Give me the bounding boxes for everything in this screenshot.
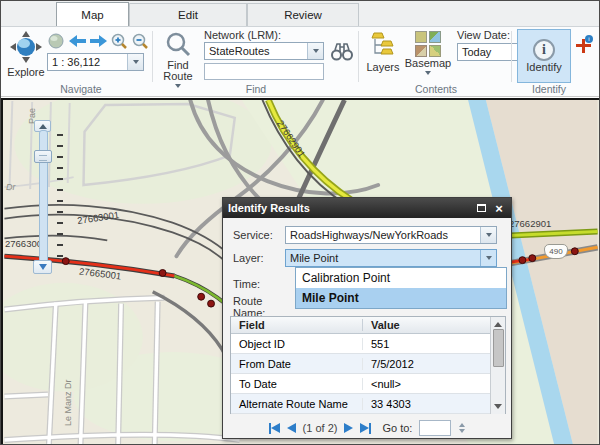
ribbon: Explore 1 : 36,112 Navigate — [1, 27, 599, 97]
chevron-down-icon — [313, 49, 319, 53]
route-shield-490: 490 — [544, 244, 568, 259]
navigate-mini-toolbar — [47, 32, 149, 50]
cell-field: Alternate Route Name — [231, 398, 363, 410]
last-page-button[interactable] — [360, 423, 371, 434]
dropdown-item-label: Mile Point — [302, 291, 359, 305]
identify-results-dialog: Identify Results × Service: RoadsHighway… — [222, 197, 512, 439]
column-header-field: Field — [231, 319, 363, 331]
group-label-identify: Identify — [499, 83, 599, 95]
service-value: RoadsHighways/NewYorkRoads — [286, 227, 480, 243]
route-name-label: Route Name: — [223, 295, 285, 319]
triangle-left-icon — [271, 423, 280, 433]
zoom-in-icon[interactable] — [110, 32, 128, 50]
goto-page-input[interactable] — [419, 420, 451, 436]
table-row[interactable]: To Date <null> — [231, 374, 490, 394]
identify-info-icon: i — [533, 39, 555, 61]
identify-route-tool-icon[interactable]: i — [575, 35, 593, 55]
explore-orb-icon — [9, 30, 43, 66]
cell-value: <null> — [363, 378, 490, 390]
dialog-title: Identify Results — [228, 202, 470, 214]
chevron-down-icon — [133, 60, 139, 64]
layers-icon — [370, 31, 396, 61]
group-separator — [511, 31, 512, 82]
layer-combo[interactable]: Mile Point — [285, 249, 497, 267]
scroll-down-icon[interactable] — [494, 404, 502, 409]
chevron-down-icon — [425, 71, 431, 75]
network-lrm-dropdown-button[interactable] — [307, 43, 323, 59]
table-scrollbar[interactable] — [490, 317, 505, 414]
map-scale-dropdown-button[interactable] — [127, 54, 143, 70]
goto-spinner[interactable] — [459, 423, 465, 433]
basemap-button[interactable]: Basemap — [405, 31, 451, 75]
previous-extent-arrow-icon[interactable] — [68, 32, 86, 50]
dropdown-item-mile-point[interactable]: Mile Point — [296, 288, 506, 308]
zoom-slider-handle[interactable] — [34, 150, 52, 163]
view-date-value: Today — [458, 44, 522, 60]
group-separator — [152, 31, 153, 82]
layer-dropdown-list: Calibration Point Mile Point — [295, 267, 507, 309]
chevron-down-icon — [486, 256, 492, 260]
table-row[interactable]: Object ID 551 — [231, 334, 490, 354]
dropdown-item-calibration-point[interactable]: Calibration Point — [296, 268, 506, 288]
network-lrm-label: Network (LRM): — [204, 29, 281, 41]
cell-field: Object ID — [231, 338, 363, 350]
table-row[interactable]: Alternate Route Name 33 4303 — [231, 394, 490, 414]
full-extent-globe-icon[interactable] — [47, 32, 65, 50]
cell-value: 551 — [363, 338, 490, 350]
zoom-out-icon[interactable] — [131, 32, 149, 50]
explore-button[interactable]: Explore — [6, 30, 46, 78]
app-window: Map Edit Review Explore — [0, 0, 600, 445]
table-row[interactable]: From Date 7/5/2012 — [231, 354, 490, 374]
tab-map[interactable]: Map — [56, 2, 129, 26]
cell-value: 33 4303 — [363, 398, 490, 410]
zoom-slider-down-button[interactable] — [33, 260, 52, 274]
service-dropdown-button[interactable] — [480, 227, 496, 243]
layer-dropdown-button[interactable] — [480, 250, 496, 266]
column-header-value: Value — [363, 319, 490, 331]
cell-field: From Date — [231, 358, 363, 370]
cell-field: To Date — [231, 378, 363, 390]
find-route-button[interactable]: Find Route — [157, 31, 199, 88]
basemap-label: Basemap — [405, 58, 451, 69]
tab-review[interactable]: Review — [247, 3, 359, 26]
explore-label: Explore — [7, 67, 44, 78]
previous-page-button[interactable] — [287, 423, 296, 433]
maximize-button[interactable] — [474, 202, 488, 215]
basemap-icon — [415, 31, 441, 57]
tab-map-label: Map — [81, 9, 103, 21]
map-scale-combo[interactable]: 1 : 36,112 — [47, 53, 144, 71]
layers-button[interactable]: Layers — [363, 31, 403, 73]
next-extent-arrow-icon[interactable] — [89, 32, 107, 50]
scroll-up-icon[interactable] — [494, 322, 502, 327]
next-page-button[interactable] — [344, 423, 353, 433]
route-shield-490-text: 490 — [549, 247, 562, 256]
triangle-right-icon — [344, 423, 353, 433]
network-lrm-combo[interactable]: StateRoutes — [204, 42, 324, 60]
cell-value: 7/5/2012 — [363, 358, 490, 370]
spinner-up-icon[interactable] — [459, 423, 465, 427]
group-label-contents: Contents — [386, 83, 486, 95]
pagination-bar: (1 of 2) Go to: — [223, 418, 511, 438]
chevron-down-icon — [175, 84, 181, 88]
view-date-label: View Date: — [457, 29, 510, 41]
close-button[interactable]: × — [492, 202, 506, 215]
zoom-slider-ticks — [57, 134, 63, 266]
spinner-down-icon[interactable] — [459, 429, 465, 433]
identify-button-label: Identify — [526, 62, 561, 73]
street-label-dr: Dr — [6, 182, 16, 192]
tab-edit[interactable]: Edit — [129, 3, 247, 26]
page-indicator: (1 of 2) — [303, 422, 338, 434]
identify-button[interactable]: i Identify — [517, 29, 571, 83]
binoculars-search-icon[interactable] — [331, 43, 353, 63]
first-page-button[interactable] — [269, 423, 280, 434]
group-label-find: Find — [206, 83, 306, 95]
group-label-navigate: Navigate — [31, 83, 131, 95]
info-badge-icon: i — [585, 35, 593, 43]
chevron-down-icon — [486, 233, 492, 237]
dialog-title-bar[interactable]: Identify Results × — [223, 198, 511, 218]
service-combo[interactable]: RoadsHighways/NewYorkRoads — [285, 226, 497, 244]
find-route-label: Find Route — [161, 60, 195, 82]
map-scale-value: 1 : 36,112 — [48, 54, 127, 70]
scrollbar-thumb[interactable] — [493, 329, 504, 367]
route-search-input[interactable] — [204, 63, 324, 80]
